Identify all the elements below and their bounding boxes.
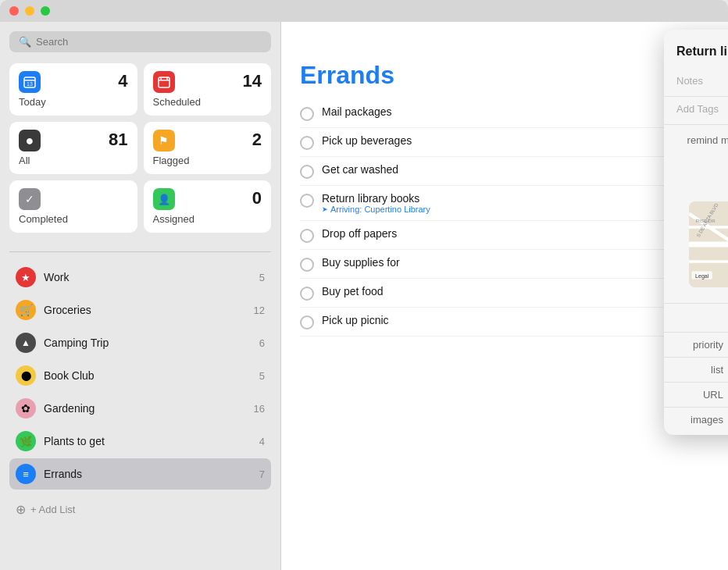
task-text-1: Mail packages (322, 105, 392, 118)
assigned-label: Assigned (153, 213, 262, 225)
list-item-camping[interactable]: ▲ Camping Trip 6 (9, 327, 271, 358)
minimize-button[interactable] (25, 6, 34, 16)
errands-count: 7 (259, 468, 265, 480)
at-location-row: ✓ At a Location Cupertino Library (676, 153, 728, 177)
task-text-7: Buy pet food (322, 285, 384, 297)
detail-header: Return library books ⚑ (664, 30, 728, 69)
task-circle-5[interactable] (300, 229, 314, 243)
today-count: 4 (118, 71, 127, 91)
remind-me-section: remind me On a Day ✓ At a Location Cuper… (664, 125, 728, 304)
search-input[interactable] (36, 36, 262, 48)
list-item-errands[interactable]: ≡ Errands 7 (9, 458, 271, 490)
gardening-name: Gardening (44, 402, 254, 415)
task-item-8[interactable]: Pick up picnic (300, 308, 709, 337)
smart-list-all[interactable]: ● 81 All (9, 122, 137, 174)
add-list-label: + Add List (30, 504, 75, 515)
bookclub-count: 5 (259, 370, 265, 382)
list-item-bookclub[interactable]: ⬤ Book Club 5 (9, 360, 271, 391)
priority-row: priority None (664, 333, 728, 358)
task-text-3: Get car washed (322, 163, 398, 176)
smart-list-completed[interactable]: ✓ Completed (9, 180, 137, 233)
maximize-button[interactable] (41, 6, 50, 16)
notes-placeholder[interactable]: Notes (676, 72, 728, 93)
completed-label: Completed (19, 213, 128, 225)
task-item-6[interactable]: Buy supplies for (300, 250, 709, 279)
list-item-gardening[interactable]: ✿ Gardening 16 (9, 393, 271, 424)
assigned-count: 0 (252, 188, 262, 208)
task-circle-1[interactable] (300, 107, 314, 121)
groceries-name: Groceries (44, 304, 254, 316)
url-row: URL None (664, 383, 728, 408)
sidebar: 🔍 13 4 Today (0, 22, 281, 570)
main-header: Errands 8 (281, 45, 728, 99)
arriving-leaving-row: Arriving Leaving (676, 183, 728, 195)
svg-rect-3 (159, 77, 170, 87)
camping-count: 6 (259, 337, 265, 349)
title-bar (0, 0, 728, 22)
task-sub-4: ➤ Arriving: Cupertino Library (322, 205, 686, 214)
task-text-2: Pick up beverages (322, 134, 412, 147)
task-item-3[interactable]: Get car washed (300, 157, 709, 186)
list-row: list Errands (664, 358, 728, 383)
map-container: RODRIGUES AVE ANEY AVE S DE ANZA BLVD PA… (689, 201, 728, 287)
scheduled-label: Scheduled (153, 96, 262, 108)
flagged-label: Flagged (153, 155, 262, 166)
task-item-4[interactable]: Return library books ➤ Arriving: Cuperti… (300, 186, 709, 221)
smart-lists-grid: 13 4 Today (9, 63, 271, 233)
messaging-row: When Messaging a Person (664, 304, 728, 333)
bookclub-dot: ⬤ (16, 365, 36, 386)
task-circle-4[interactable] (300, 194, 314, 208)
task-circle-3[interactable] (300, 165, 314, 179)
top-bar: + (281, 22, 728, 45)
work-count: 5 (259, 272, 265, 283)
smart-list-scheduled[interactable]: 14 Scheduled (144, 63, 272, 116)
errands-dot: ≡ (16, 464, 36, 484)
completed-icon: ✓ (19, 188, 41, 210)
task-item-1[interactable]: Mail packages (300, 99, 709, 128)
scheduled-count: 14 (243, 71, 262, 91)
detail-notes-section: Notes (664, 69, 728, 97)
task-item-2[interactable]: Pick up beverages (300, 128, 709, 157)
search-bar[interactable]: 🔍 (9, 31, 271, 52)
task-item-7[interactable]: Buy pet food (300, 279, 709, 308)
smart-list-assigned[interactable]: 👤 0 Assigned (144, 180, 272, 233)
flagged-count: 2 (252, 130, 262, 150)
sidebar-divider (9, 251, 271, 252)
app-container: 🔍 13 4 Today (0, 22, 728, 570)
svg-text:13: 13 (27, 81, 33, 87)
task-item-5[interactable]: Drop off papers (300, 221, 709, 250)
close-button[interactable] (9, 6, 19, 16)
bookclub-name: Book Club (44, 369, 259, 382)
smart-list-today[interactable]: 13 4 Today (9, 63, 137, 116)
groceries-dot: 🛒 (16, 300, 36, 320)
images-label: images (676, 414, 723, 426)
work-name: Work (44, 271, 259, 283)
camping-name: Camping Trip (44, 337, 259, 349)
today-label: Today (19, 96, 128, 108)
main-content: + Errands 8 Mail packages Pick up bevera… (281, 22, 728, 570)
tags-placeholder[interactable]: Add Tags (676, 100, 728, 121)
errands-name: Errands (44, 468, 259, 480)
task-text-6: Buy supplies for (322, 256, 400, 269)
task-list: Mail packages Pick up beverages Get car … (281, 99, 728, 570)
task-circle-7[interactable] (300, 287, 314, 301)
all-count: 81 (109, 130, 127, 150)
list-item-groceries[interactable]: 🛒 Groceries 12 (9, 294, 271, 326)
gardening-count: 16 (254, 403, 265, 415)
list-label: list (676, 364, 723, 376)
task-circle-8[interactable] (300, 315, 314, 330)
flagged-icon: ⚑ (153, 130, 175, 151)
priority-label: priority (676, 339, 723, 351)
all-label: All (19, 155, 128, 166)
smart-list-flagged[interactable]: ⚑ 2 Flagged (144, 122, 272, 174)
on-a-day-row: remind me On a Day (676, 133, 728, 147)
work-dot: ★ (16, 267, 36, 287)
add-list-button[interactable]: ⊕ + Add List (9, 494, 271, 525)
task-circle-6[interactable] (300, 258, 314, 272)
task-circle-2[interactable] (300, 136, 314, 150)
detail-panel: Return library books ⚑ Notes Add Tags re… (664, 30, 728, 435)
camping-dot: ▲ (16, 333, 36, 353)
list-item-work[interactable]: ★ Work 5 (9, 262, 271, 293)
detail-title: Return library books (676, 45, 728, 59)
list-item-plants[interactable]: 🌿 Plants to get 4 (9, 426, 271, 457)
